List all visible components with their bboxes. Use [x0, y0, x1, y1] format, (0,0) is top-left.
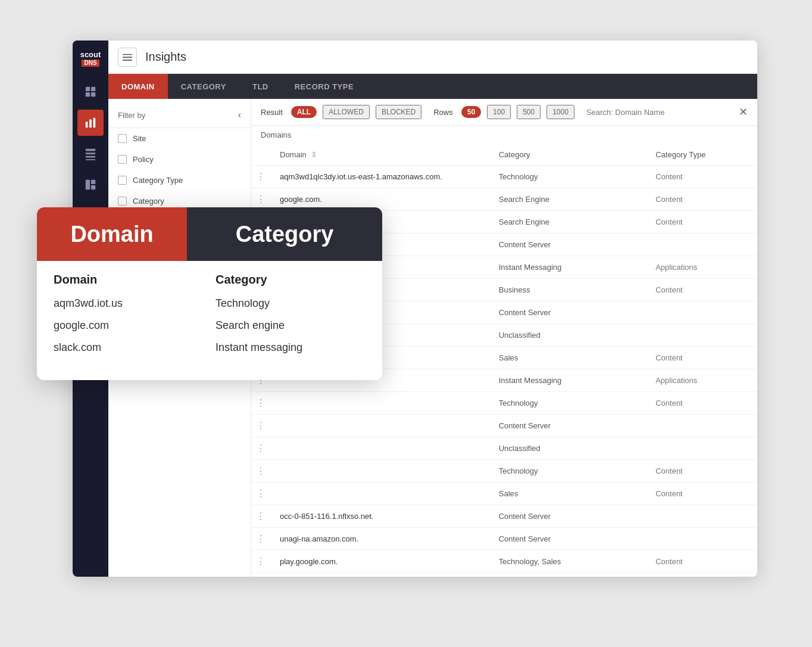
filter-checkbox-policy[interactable]	[118, 155, 127, 164]
table-row: ⋮ aqm3wd1qlc3dy.iot.us-east-1.amazonaws.…	[251, 166, 757, 188]
row-dots[interactable]: ⋮	[251, 528, 270, 550]
svg-rect-15	[123, 57, 132, 58]
result-filter-allowed[interactable]: ALLOWED	[323, 105, 370, 119]
search-wrap: ✕	[586, 105, 748, 119]
rows-50[interactable]: 50	[461, 106, 481, 118]
row-cat-type	[646, 301, 757, 324]
row-category: Content Server	[489, 234, 646, 256]
table-section-header: Domains	[251, 126, 757, 144]
filter-checkbox-category[interactable]	[118, 197, 127, 206]
tab-category[interactable]: CATEGORY	[168, 74, 239, 99]
sidebar-icon-grid[interactable]	[77, 79, 104, 105]
overlay-row: aqm3wd.iot.us Technology	[54, 297, 366, 310]
row-category: Technology	[489, 166, 646, 188]
row-domain: play.google.com.	[270, 550, 489, 573]
logo-top: scout	[80, 50, 101, 60]
row-category: Unclassified	[489, 324, 646, 347]
row-dots[interactable]: ⋮	[251, 415, 270, 437]
row-domain	[270, 460, 489, 483]
row-category: Entertainment, Streaming Media	[489, 573, 646, 577]
row-dots[interactable]: ⋮	[251, 460, 270, 483]
filter-checkbox-category-type[interactable]	[118, 176, 127, 185]
col-domain[interactable]: Domain ⇕	[270, 144, 489, 166]
filter-collapse-button[interactable]: ‹	[238, 110, 241, 120]
row-domain	[270, 392, 489, 415]
row-cat-type	[646, 234, 757, 256]
sort-icon-domain: ⇕	[311, 150, 317, 159]
svg-rect-6	[93, 118, 96, 128]
svg-rect-11	[86, 180, 90, 190]
tab-record-type[interactable]: RECORD TYPE	[282, 74, 367, 99]
row-domain: aqm3wd1qlc3dy.iot.us-east-1.amazonaws.co…	[270, 166, 489, 188]
filter-label-site: Site	[133, 134, 146, 143]
sidebar-icon-layout[interactable]	[77, 172, 104, 198]
filter-header: Filter by ‹	[108, 106, 251, 128]
search-input[interactable]	[586, 108, 739, 117]
svg-rect-14	[123, 54, 132, 55]
row-category: Content Server	[489, 415, 646, 437]
results-toolbar: Result ALL ALLOWED BLOCKED Rows 50 100 5…	[251, 99, 757, 126]
row-category: Technology	[489, 392, 646, 415]
col-category[interactable]: Category	[489, 144, 646, 166]
tab-domain[interactable]: DOMAIN	[108, 74, 168, 99]
result-filter-all[interactable]: ALL	[291, 106, 317, 118]
row-cat-type: Applications, Content	[646, 573, 757, 577]
row-category: Instant Messaging	[489, 256, 646, 279]
row-dots[interactable]: ⋮	[251, 166, 270, 188]
menu-button[interactable]	[118, 48, 137, 67]
row-dots[interactable]: ⋮	[251, 505, 270, 528]
overlay-row-category: Search engine	[216, 319, 366, 332]
svg-rect-16	[123, 60, 132, 61]
col-category-type[interactable]: Category Type	[646, 144, 757, 166]
rows-1000[interactable]: 1000	[546, 105, 574, 119]
table-row: ⋮ Technology Content	[251, 460, 757, 483]
rows-100[interactable]: 100	[487, 105, 511, 119]
row-dots[interactable]: ⋮	[251, 437, 270, 460]
row-cat-type: Content	[646, 392, 757, 415]
row-domain: nrdp.prod.cloud.netflix.com.	[270, 573, 489, 577]
rows-500[interactable]: 500	[517, 105, 541, 119]
overlay-row-domain: google.com	[54, 319, 204, 332]
row-cat-type: Applications	[646, 369, 757, 392]
row-domain	[270, 415, 489, 437]
svg-rect-0	[86, 87, 90, 91]
row-dots[interactable]: ⋮	[251, 483, 270, 505]
card-col-domain-header: Domain	[54, 273, 204, 287]
tab-tld[interactable]: TLD	[239, 74, 282, 99]
app-logo: scout DNS	[73, 41, 108, 76]
card-header-row: Domain Category	[37, 207, 382, 261]
sidebar-icon-table[interactable]	[77, 141, 104, 167]
table-row: ⋮ Sales Content	[251, 483, 757, 505]
row-category: Instant Messaging	[489, 369, 646, 392]
filter-item-policy[interactable]: Policy	[108, 149, 251, 170]
overlay-row-domain: aqm3wd.iot.us	[54, 297, 204, 310]
filter-item-category-type[interactable]: Category Type	[108, 170, 251, 191]
row-dots[interactable]: ⋮	[251, 573, 270, 577]
search-close-button[interactable]: ✕	[739, 105, 748, 119]
result-filter-blocked[interactable]: BLOCKED	[376, 105, 421, 119]
row-category: Technology	[489, 460, 646, 483]
card-body: Domain Category aqm3wd.iot.us Technology…	[37, 261, 382, 380]
filter-checkbox-site[interactable]	[118, 134, 127, 143]
row-cat-type: Content	[646, 483, 757, 505]
logo-bottom: DNS	[82, 60, 99, 67]
sidebar-icon-chart[interactable]	[77, 110, 104, 136]
result-label: Result	[261, 108, 283, 117]
row-dots[interactable]: ⋮	[251, 550, 270, 573]
rows-label: Rows	[433, 108, 453, 117]
row-cat-type: Content	[646, 550, 757, 573]
table-row: ⋮ unagi-na.amazon.com. Content Server	[251, 528, 757, 550]
svg-rect-4	[86, 122, 88, 127]
row-category: Sales	[489, 483, 646, 505]
page-title: Insights	[145, 50, 186, 64]
row-category: Technology, Sales	[489, 550, 646, 573]
row-domain: unagi-na.amazon.com.	[270, 528, 489, 550]
table-row: ⋮ occ-0-851-116.1.nflxso.net. Content Se…	[251, 505, 757, 528]
row-cat-type	[646, 528, 757, 550]
row-category: Sales	[489, 347, 646, 369]
svg-rect-9	[86, 156, 96, 158]
row-dots[interactable]: ⋮	[251, 392, 270, 415]
row-domain	[270, 437, 489, 460]
row-cat-type: Content	[646, 211, 757, 234]
filter-item-site[interactable]: Site	[108, 128, 251, 149]
